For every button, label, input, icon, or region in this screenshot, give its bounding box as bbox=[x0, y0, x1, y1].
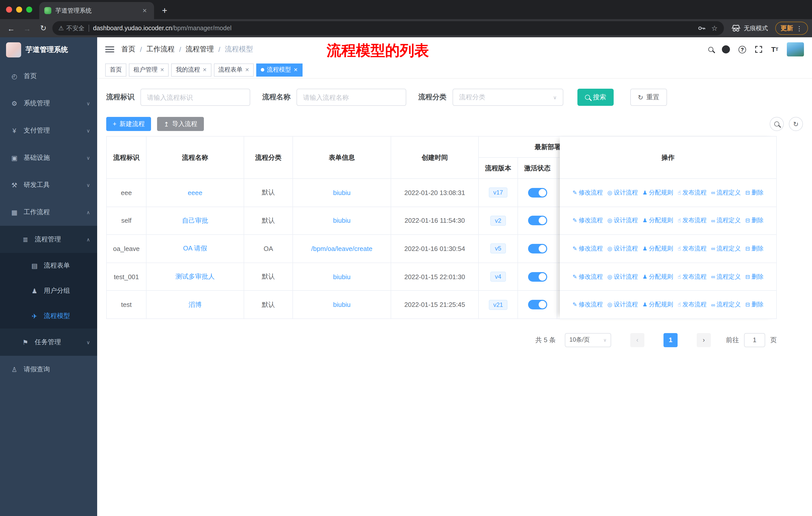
tag-home[interactable]: 首页 bbox=[105, 63, 126, 76]
process-definition-link[interactable]: ∞流程定义 bbox=[711, 300, 741, 309]
close-icon[interactable]: ✕ bbox=[293, 67, 298, 73]
publish-process-link[interactable]: ☝发布流程 bbox=[677, 216, 706, 225]
tag-my-process[interactable]: 我的流程 ✕ bbox=[171, 63, 211, 76]
close-window-button[interactable] bbox=[6, 6, 12, 12]
process-name-link[interactable]: 测试多审批人 bbox=[175, 272, 215, 281]
sidebar-item-devtools[interactable]: ⚒ 研发工具 ∨ bbox=[0, 171, 97, 198]
create-process-button[interactable]: + 新建流程 bbox=[106, 117, 151, 131]
search-button[interactable]: 搜索 bbox=[577, 89, 614, 106]
publish-process-link[interactable]: ☝发布流程 bbox=[677, 300, 706, 309]
delete-link[interactable]: ⊟删除 bbox=[745, 300, 763, 309]
design-process-link[interactable]: ◎设计流程 bbox=[607, 188, 638, 197]
security-chip[interactable]: ⚠ 不安全 bbox=[58, 24, 85, 32]
minimize-window-button[interactable] bbox=[16, 6, 22, 12]
sidebar-item-workflow[interactable]: ▦ 工作流程 ∧ bbox=[0, 198, 97, 226]
avatar[interactable] bbox=[787, 42, 804, 56]
breadcrumb-home[interactable]: 首页 bbox=[121, 45, 136, 54]
zoom-window-button[interactable] bbox=[26, 6, 32, 12]
form-link[interactable]: /bpm/oa/leave/create bbox=[311, 245, 373, 252]
close-icon[interactable]: ✕ bbox=[203, 67, 207, 73]
edit-process-link[interactable]: ✎修改流程 bbox=[573, 300, 603, 309]
delete-link[interactable]: ⊟删除 bbox=[745, 272, 763, 281]
edit-process-link[interactable]: ✎修改流程 bbox=[573, 244, 603, 253]
process-name-input[interactable] bbox=[296, 89, 406, 106]
collapse-sidebar-icon[interactable] bbox=[105, 46, 114, 52]
publish-process-link[interactable]: ☝发布流程 bbox=[677, 272, 706, 281]
assign-rule-link[interactable]: ♟分配规则 bbox=[642, 272, 673, 281]
process-definition-link[interactable]: ∞流程定义 bbox=[711, 188, 741, 197]
design-process-link[interactable]: ◎设计流程 bbox=[607, 216, 638, 225]
refresh-button[interactable]: ↻ bbox=[789, 117, 803, 131]
process-definition-link[interactable]: ∞流程定义 bbox=[711, 244, 741, 253]
delete-link[interactable]: ⊟删除 bbox=[745, 188, 763, 197]
show-search-button[interactable] bbox=[770, 117, 784, 131]
search-icon[interactable] bbox=[708, 47, 713, 52]
publish-process-link[interactable]: ☝发布流程 bbox=[677, 188, 706, 197]
active-toggle[interactable] bbox=[528, 244, 547, 253]
tab-close-icon[interactable]: ✕ bbox=[141, 6, 149, 15]
goto-page-input[interactable] bbox=[744, 333, 765, 347]
form-link[interactable]: biubiu bbox=[333, 217, 350, 224]
browser-tab[interactable]: 芋道管理系统 ✕ bbox=[39, 2, 154, 19]
publish-process-link[interactable]: ☝发布流程 bbox=[677, 244, 706, 253]
sidebar-item-payment[interactable]: ¥ 支付管理 ∨ bbox=[0, 117, 97, 144]
sidebar-item-user-group[interactable]: ♟ 用户分组 bbox=[0, 278, 97, 303]
url-bar[interactable]: ⚠ 不安全 dashboard.yudao.iocoder.cn/bpm/man… bbox=[52, 21, 724, 35]
process-name-link[interactable]: 自己审批 bbox=[182, 216, 208, 225]
sidebar-item-infrastructure[interactable]: ▣ 基础设施 ∨ bbox=[0, 144, 97, 171]
edit-process-link[interactable]: ✎修改流程 bbox=[573, 188, 603, 197]
close-icon[interactable]: ✕ bbox=[245, 67, 250, 73]
back-button[interactable]: ← bbox=[4, 21, 18, 35]
sidebar-item-task-management[interactable]: ⚑ 任务管理 ∨ bbox=[0, 329, 97, 356]
form-link[interactable]: biubiu bbox=[333, 301, 350, 308]
active-toggle[interactable] bbox=[528, 272, 547, 281]
sidebar-item-system[interactable]: ⚙ 系统管理 ∨ bbox=[0, 90, 97, 117]
design-process-link[interactable]: ◎设计流程 bbox=[607, 300, 638, 309]
process-name-link[interactable]: 滔博 bbox=[188, 300, 202, 309]
breadcrumb-workflow[interactable]: 工作流程 bbox=[146, 45, 175, 54]
edit-process-link[interactable]: ✎修改流程 bbox=[573, 272, 603, 281]
close-icon[interactable]: ✕ bbox=[160, 67, 164, 73]
process-name-link[interactable]: OA 请假 bbox=[183, 244, 207, 253]
delete-link[interactable]: ⊟删除 bbox=[745, 216, 763, 225]
font-size-icon[interactable]: TT bbox=[771, 45, 778, 53]
assign-rule-link[interactable]: ♟分配规则 bbox=[642, 216, 673, 225]
assign-rule-link[interactable]: ♟分配规则 bbox=[642, 300, 673, 309]
reset-button[interactable]: ↻ 重置 bbox=[630, 89, 667, 106]
process-name-link[interactable]: eeee bbox=[188, 189, 202, 196]
sidebar-item-process-form[interactable]: ▤ 流程表单 bbox=[0, 253, 97, 278]
delete-link[interactable]: ⊟删除 bbox=[745, 244, 763, 253]
reload-button[interactable]: ↻ bbox=[36, 21, 50, 35]
help-icon[interactable]: ? bbox=[738, 46, 746, 53]
process-id-input[interactable] bbox=[141, 89, 250, 106]
browser-menu-icon[interactable]: ⋮ bbox=[796, 24, 803, 32]
active-toggle[interactable] bbox=[528, 300, 547, 309]
category-select[interactable]: 流程分类 ∨ bbox=[453, 89, 563, 106]
design-process-link[interactable]: ◎设计流程 bbox=[607, 244, 638, 253]
prev-page-button[interactable]: ‹ bbox=[630, 333, 644, 347]
process-definition-link[interactable]: ∞流程定义 bbox=[711, 272, 741, 281]
assign-rule-link[interactable]: ♟分配规则 bbox=[642, 188, 673, 197]
page-size-select[interactable]: 10条/页 ∨ bbox=[565, 333, 611, 347]
import-process-button[interactable]: ↥ 导入流程 bbox=[157, 117, 204, 131]
fullscreen-icon[interactable] bbox=[755, 45, 763, 53]
breadcrumb-process-management[interactable]: 流程管理 bbox=[186, 45, 214, 54]
design-process-link[interactable]: ◎设计流程 bbox=[607, 272, 638, 281]
github-icon[interactable] bbox=[722, 45, 730, 53]
tag-process-model[interactable]: 流程模型 ✕ bbox=[256, 63, 302, 76]
forward-button[interactable]: → bbox=[20, 21, 34, 35]
tag-process-form[interactable]: 流程表单 ✕ bbox=[214, 63, 254, 76]
page-1-button[interactable]: 1 bbox=[664, 333, 677, 347]
logo-row[interactable]: 芋道管理系统 bbox=[0, 37, 97, 62]
assign-rule-link[interactable]: ♟分配规则 bbox=[642, 244, 673, 253]
form-link[interactable]: biubiu bbox=[333, 273, 350, 280]
edit-process-link[interactable]: ✎修改流程 bbox=[573, 216, 603, 225]
update-button[interactable]: 更新 ⋮ bbox=[775, 22, 808, 35]
process-definition-link[interactable]: ∞流程定义 bbox=[711, 216, 741, 225]
form-link[interactable]: biubiu bbox=[333, 189, 350, 196]
sidebar-item-process-management[interactable]: ≣ 流程管理 ∧ bbox=[0, 226, 97, 253]
sidebar-item-leave-query[interactable]: ♙ 请假查询 bbox=[0, 356, 97, 383]
next-page-button[interactable]: › bbox=[697, 333, 711, 347]
tag-tenant[interactable]: 租户管理 ✕ bbox=[129, 63, 169, 76]
sidebar-item-home[interactable]: ◴ 首页 bbox=[0, 62, 97, 90]
